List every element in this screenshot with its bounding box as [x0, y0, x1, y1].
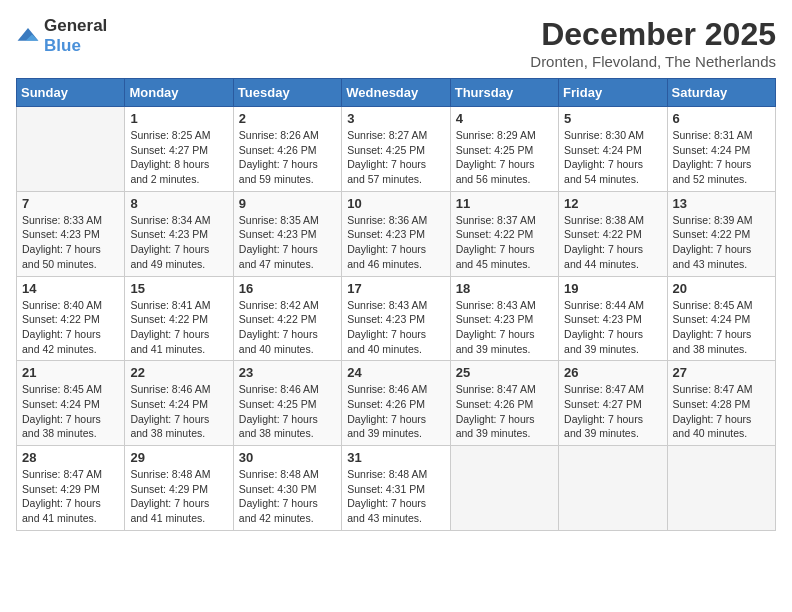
day-number: 21: [22, 365, 119, 380]
weekday-header-friday: Friday: [559, 79, 667, 107]
calendar-cell: 10Sunrise: 8:36 AMSunset: 4:23 PMDayligh…: [342, 191, 450, 276]
cell-info: Sunrise: 8:47 AMSunset: 4:26 PMDaylight:…: [456, 382, 553, 441]
calendar-cell: 4Sunrise: 8:29 AMSunset: 4:25 PMDaylight…: [450, 107, 558, 192]
calendar-cell: 1Sunrise: 8:25 AMSunset: 4:27 PMDaylight…: [125, 107, 233, 192]
calendar-table: SundayMondayTuesdayWednesdayThursdayFrid…: [16, 78, 776, 531]
weekday-header-wednesday: Wednesday: [342, 79, 450, 107]
cell-info: Sunrise: 8:40 AMSunset: 4:22 PMDaylight:…: [22, 298, 119, 357]
day-number: 7: [22, 196, 119, 211]
day-number: 15: [130, 281, 227, 296]
cell-info: Sunrise: 8:46 AMSunset: 4:26 PMDaylight:…: [347, 382, 444, 441]
logo-general: General: [44, 16, 107, 35]
cell-info: Sunrise: 8:43 AMSunset: 4:23 PMDaylight:…: [456, 298, 553, 357]
calendar-cell: 28Sunrise: 8:47 AMSunset: 4:29 PMDayligh…: [17, 446, 125, 531]
calendar-cell: [667, 446, 775, 531]
location-title: Dronten, Flevoland, The Netherlands: [530, 53, 776, 70]
logo: General Blue: [16, 16, 107, 56]
day-number: 31: [347, 450, 444, 465]
title-area: December 2025 Dronten, Flevoland, The Ne…: [530, 16, 776, 70]
calendar-cell: [450, 446, 558, 531]
cell-info: Sunrise: 8:27 AMSunset: 4:25 PMDaylight:…: [347, 128, 444, 187]
calendar-cell: 11Sunrise: 8:37 AMSunset: 4:22 PMDayligh…: [450, 191, 558, 276]
calendar-cell: 29Sunrise: 8:48 AMSunset: 4:29 PMDayligh…: [125, 446, 233, 531]
day-number: 16: [239, 281, 336, 296]
cell-info: Sunrise: 8:47 AMSunset: 4:28 PMDaylight:…: [673, 382, 770, 441]
cell-info: Sunrise: 8:39 AMSunset: 4:22 PMDaylight:…: [673, 213, 770, 272]
day-number: 26: [564, 365, 661, 380]
calendar-cell: 27Sunrise: 8:47 AMSunset: 4:28 PMDayligh…: [667, 361, 775, 446]
day-number: 20: [673, 281, 770, 296]
weekday-header-sunday: Sunday: [17, 79, 125, 107]
day-number: 12: [564, 196, 661, 211]
day-number: 3: [347, 111, 444, 126]
weekday-header-row: SundayMondayTuesdayWednesdayThursdayFrid…: [17, 79, 776, 107]
cell-info: Sunrise: 8:36 AMSunset: 4:23 PMDaylight:…: [347, 213, 444, 272]
page-header: General Blue December 2025 Dronten, Flev…: [16, 16, 776, 70]
calendar-cell: 20Sunrise: 8:45 AMSunset: 4:24 PMDayligh…: [667, 276, 775, 361]
month-title: December 2025: [530, 16, 776, 53]
day-number: 2: [239, 111, 336, 126]
day-number: 22: [130, 365, 227, 380]
calendar-cell: 8Sunrise: 8:34 AMSunset: 4:23 PMDaylight…: [125, 191, 233, 276]
weekday-header-monday: Monday: [125, 79, 233, 107]
cell-info: Sunrise: 8:25 AMSunset: 4:27 PMDaylight:…: [130, 128, 227, 187]
week-row-5: 28Sunrise: 8:47 AMSunset: 4:29 PMDayligh…: [17, 446, 776, 531]
cell-info: Sunrise: 8:48 AMSunset: 4:31 PMDaylight:…: [347, 467, 444, 526]
cell-info: Sunrise: 8:33 AMSunset: 4:23 PMDaylight:…: [22, 213, 119, 272]
cell-info: Sunrise: 8:34 AMSunset: 4:23 PMDaylight:…: [130, 213, 227, 272]
calendar-cell: 22Sunrise: 8:46 AMSunset: 4:24 PMDayligh…: [125, 361, 233, 446]
cell-info: Sunrise: 8:29 AMSunset: 4:25 PMDaylight:…: [456, 128, 553, 187]
cell-info: Sunrise: 8:38 AMSunset: 4:22 PMDaylight:…: [564, 213, 661, 272]
day-number: 13: [673, 196, 770, 211]
cell-info: Sunrise: 8:46 AMSunset: 4:24 PMDaylight:…: [130, 382, 227, 441]
cell-info: Sunrise: 8:42 AMSunset: 4:22 PMDaylight:…: [239, 298, 336, 357]
calendar-cell: 13Sunrise: 8:39 AMSunset: 4:22 PMDayligh…: [667, 191, 775, 276]
week-row-4: 21Sunrise: 8:45 AMSunset: 4:24 PMDayligh…: [17, 361, 776, 446]
logo-blue: Blue: [44, 36, 81, 55]
calendar-cell: 5Sunrise: 8:30 AMSunset: 4:24 PMDaylight…: [559, 107, 667, 192]
cell-info: Sunrise: 8:47 AMSunset: 4:27 PMDaylight:…: [564, 382, 661, 441]
cell-info: Sunrise: 8:48 AMSunset: 4:29 PMDaylight:…: [130, 467, 227, 526]
day-number: 29: [130, 450, 227, 465]
day-number: 1: [130, 111, 227, 126]
day-number: 11: [456, 196, 553, 211]
calendar-cell: 14Sunrise: 8:40 AMSunset: 4:22 PMDayligh…: [17, 276, 125, 361]
day-number: 27: [673, 365, 770, 380]
day-number: 24: [347, 365, 444, 380]
cell-info: Sunrise: 8:31 AMSunset: 4:24 PMDaylight:…: [673, 128, 770, 187]
calendar-cell: 25Sunrise: 8:47 AMSunset: 4:26 PMDayligh…: [450, 361, 558, 446]
cell-info: Sunrise: 8:30 AMSunset: 4:24 PMDaylight:…: [564, 128, 661, 187]
logo-text: General Blue: [44, 16, 107, 56]
logo-icon: [16, 26, 40, 46]
day-number: 9: [239, 196, 336, 211]
cell-info: Sunrise: 8:35 AMSunset: 4:23 PMDaylight:…: [239, 213, 336, 272]
calendar-cell: 26Sunrise: 8:47 AMSunset: 4:27 PMDayligh…: [559, 361, 667, 446]
cell-info: Sunrise: 8:41 AMSunset: 4:22 PMDaylight:…: [130, 298, 227, 357]
calendar-cell: 21Sunrise: 8:45 AMSunset: 4:24 PMDayligh…: [17, 361, 125, 446]
calendar-cell: [559, 446, 667, 531]
calendar-cell: [17, 107, 125, 192]
calendar-cell: 3Sunrise: 8:27 AMSunset: 4:25 PMDaylight…: [342, 107, 450, 192]
cell-info: Sunrise: 8:48 AMSunset: 4:30 PMDaylight:…: [239, 467, 336, 526]
day-number: 25: [456, 365, 553, 380]
weekday-header-thursday: Thursday: [450, 79, 558, 107]
calendar-cell: 12Sunrise: 8:38 AMSunset: 4:22 PMDayligh…: [559, 191, 667, 276]
day-number: 5: [564, 111, 661, 126]
day-number: 4: [456, 111, 553, 126]
day-number: 23: [239, 365, 336, 380]
cell-info: Sunrise: 8:45 AMSunset: 4:24 PMDaylight:…: [22, 382, 119, 441]
cell-info: Sunrise: 8:47 AMSunset: 4:29 PMDaylight:…: [22, 467, 119, 526]
calendar-cell: 31Sunrise: 8:48 AMSunset: 4:31 PMDayligh…: [342, 446, 450, 531]
calendar-cell: 2Sunrise: 8:26 AMSunset: 4:26 PMDaylight…: [233, 107, 341, 192]
cell-info: Sunrise: 8:37 AMSunset: 4:22 PMDaylight:…: [456, 213, 553, 272]
cell-info: Sunrise: 8:45 AMSunset: 4:24 PMDaylight:…: [673, 298, 770, 357]
day-number: 30: [239, 450, 336, 465]
calendar-cell: 23Sunrise: 8:46 AMSunset: 4:25 PMDayligh…: [233, 361, 341, 446]
calendar-cell: 9Sunrise: 8:35 AMSunset: 4:23 PMDaylight…: [233, 191, 341, 276]
calendar-cell: 30Sunrise: 8:48 AMSunset: 4:30 PMDayligh…: [233, 446, 341, 531]
calendar-cell: 19Sunrise: 8:44 AMSunset: 4:23 PMDayligh…: [559, 276, 667, 361]
day-number: 28: [22, 450, 119, 465]
calendar-cell: 6Sunrise: 8:31 AMSunset: 4:24 PMDaylight…: [667, 107, 775, 192]
weekday-header-tuesday: Tuesday: [233, 79, 341, 107]
calendar-cell: 17Sunrise: 8:43 AMSunset: 4:23 PMDayligh…: [342, 276, 450, 361]
